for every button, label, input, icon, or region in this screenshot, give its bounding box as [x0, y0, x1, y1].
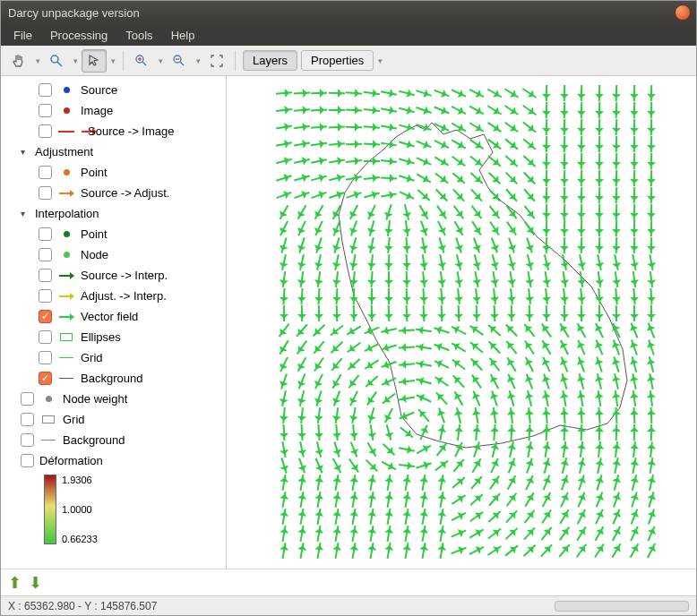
select-tool[interactable] [82, 49, 107, 73]
legend-mid: 1.0000 [62, 504, 98, 515]
layer-int-grid[interactable]: Grid [4, 347, 224, 368]
label: Vector field [81, 310, 138, 323]
svg-marker-12 [70, 190, 74, 197]
label: Adjustment [35, 145, 93, 158]
layer-source-image[interactable]: .a1::after{border-left-color:#e02c1a}Sou… [4, 121, 224, 141]
layers-tab[interactable]: Layers [243, 50, 297, 71]
separator [123, 51, 124, 71]
label: Source -> Interp. [81, 269, 168, 282]
map-canvas[interactable] [227, 76, 696, 569]
coordinates: X : 65362.980 - Y : 145876.507 [8, 600, 157, 612]
svg-point-0 [51, 56, 58, 63]
layer-grid[interactable]: Grid [4, 409, 224, 430]
checkbox[interactable] [39, 104, 52, 117]
legend-min: 0.66233 [62, 534, 98, 544]
menu-file[interactable]: File [6, 27, 39, 44]
label: Background [81, 372, 142, 385]
menu-processing[interactable]: Processing [43, 27, 115, 44]
checkbox[interactable] [39, 269, 52, 282]
zoom-extent-tool[interactable] [204, 49, 229, 73]
svg-line-3 [142, 62, 146, 65]
label: Interpolation [35, 207, 99, 220]
label: Ellipses [81, 330, 121, 344]
checkbox[interactable]: ✓ [39, 310, 52, 323]
checkbox[interactable] [21, 454, 34, 467]
separator [235, 51, 236, 71]
chevron-down-icon: ▾ [21, 147, 30, 157]
svg-marker-16 [70, 293, 74, 300]
zoom-dropdown[interactable]: ▾ [71, 49, 80, 73]
checkbox[interactable] [21, 433, 34, 447]
checkbox[interactable] [39, 351, 52, 364]
move-down-button[interactable]: ⬇ [29, 573, 42, 593]
layer-int-ellipses[interactable]: Ellipses [4, 327, 224, 347]
group-adjustment[interactable]: ▾Adjustment [4, 141, 224, 162]
checkbox[interactable]: ✓ [39, 372, 52, 385]
checkbox[interactable] [39, 227, 52, 241]
select-dropdown[interactable]: ▾ [108, 49, 117, 73]
label: Image [81, 104, 113, 117]
label: Adjust. -> Interp. [81, 289, 167, 303]
legend-max: 1.9306 [62, 475, 98, 485]
zoomin-dropdown[interactable]: ▾ [156, 49, 165, 73]
layer-adj-sa[interactable]: Source -> Adjust. [4, 183, 224, 203]
gradient-bar [44, 475, 56, 544]
window-title: Darcy unpackage version [8, 6, 140, 20]
layer-int-node[interactable]: Node [4, 244, 224, 265]
layers-panel: Source Image .a1::after{border-left-colo… [1, 76, 227, 569]
zoomout-dropdown[interactable]: ▾ [194, 49, 202, 73]
layer-int-background[interactable]: ✓Background [4, 368, 224, 389]
toolbar: ▾ ▾ ▾ ▾ ▾ Layers Properties ▾ [1, 46, 696, 76]
close-button[interactable] [675, 4, 691, 21]
svg-line-7 [180, 62, 184, 65]
vector-field [269, 85, 654, 560]
checkbox[interactable] [39, 124, 52, 138]
label: Source -> Image [88, 124, 174, 138]
statusbar: X : 65362.980 - Y : 145876.507 [1, 595, 696, 615]
layer-image[interactable]: Image [4, 100, 224, 121]
titlebar: Darcy unpackage version [1, 1, 696, 24]
label: Node [81, 248, 108, 261]
menu-help[interactable]: Help [164, 27, 202, 44]
deformation-legend: 1.9306 1.0000 0.66233 [44, 475, 224, 544]
move-up-button[interactable]: ⬆ [8, 573, 22, 593]
layer-source[interactable]: Source [4, 80, 224, 100]
progress-bar [555, 601, 689, 612]
checkbox[interactable] [39, 186, 52, 200]
pan-tool[interactable] [6, 49, 31, 73]
checkbox[interactable] [39, 166, 52, 179]
menubar: File Processing Tools Help [1, 24, 696, 46]
group-interpolation[interactable]: ▾Interpolation [4, 203, 224, 224]
layer-int-si[interactable]: Source -> Interp. [4, 265, 224, 286]
layer-int-ai[interactable]: Adjust. -> Interp. [4, 286, 224, 306]
pan-dropdown[interactable]: ▾ [33, 49, 42, 73]
layer-int-point[interactable]: Point [4, 224, 224, 244]
properties-tab[interactable]: Properties [301, 50, 374, 71]
label: Source -> Adjust. [81, 186, 169, 200]
layer-adj-point[interactable]: Point [4, 162, 224, 183]
svg-marker-14 [70, 272, 74, 279]
checkbox[interactable] [21, 392, 34, 406]
layer-order-controls: ⬆ ⬇ [1, 569, 696, 595]
svg-line-1 [57, 62, 62, 66]
label: Déformation [39, 454, 103, 467]
checkbox[interactable] [39, 248, 52, 261]
layer-deformation[interactable]: Déformation [4, 450, 224, 471]
zoom-tool[interactable] [44, 49, 69, 73]
tabs-dropdown[interactable]: ▾ [375, 49, 384, 73]
label: Grid [81, 351, 103, 364]
checkbox[interactable] [39, 330, 52, 344]
label: Source [81, 83, 117, 97]
checkbox[interactable] [39, 289, 52, 303]
checkbox[interactable] [21, 413, 34, 426]
zoom-out-tool[interactable] [167, 49, 192, 73]
menu-tools[interactable]: Tools [118, 27, 159, 44]
chevron-down-icon: ▾ [21, 209, 30, 218]
layer-int-vectorfield[interactable]: ✓Vector field [4, 306, 224, 327]
label: Node weight [63, 392, 127, 406]
label: Point [81, 166, 108, 179]
zoom-in-tool[interactable] [129, 49, 154, 73]
layer-background[interactable]: Background [4, 430, 224, 450]
layer-nodeweight[interactable]: Node weight [4, 389, 224, 409]
checkbox[interactable] [39, 83, 52, 97]
